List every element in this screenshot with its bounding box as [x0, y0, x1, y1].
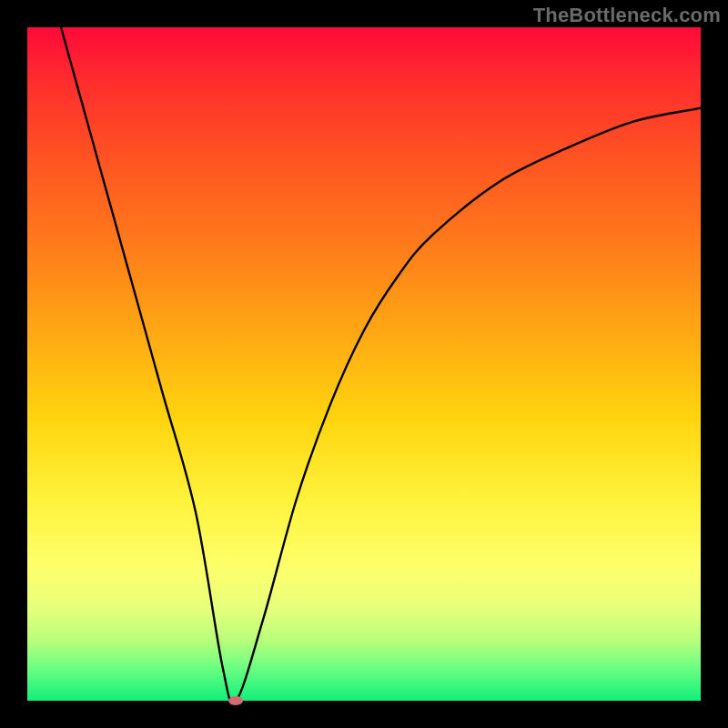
curve-svg: [27, 27, 701, 701]
minimum-marker: [228, 696, 243, 705]
bottleneck-curve: [61, 27, 701, 701]
plot-area: [27, 27, 701, 701]
chart-frame: TheBottleneck.com: [0, 0, 728, 728]
watermark-text: TheBottleneck.com: [533, 4, 721, 27]
